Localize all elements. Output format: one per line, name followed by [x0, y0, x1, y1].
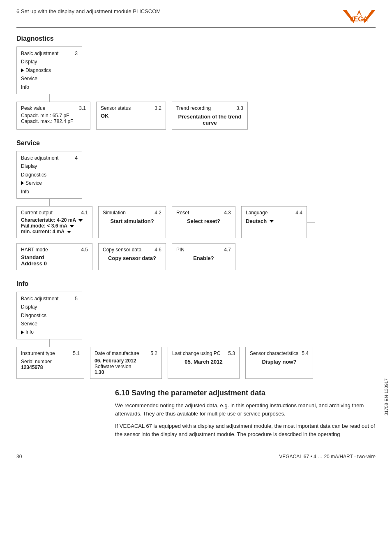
saving-title: 6.10 Saving the parameter adjustment dat…	[115, 389, 376, 397]
menu-item-service-1: Service	[21, 74, 78, 83]
triangle-fail	[70, 225, 74, 227]
menu-item-service-2: Service	[21, 179, 78, 187]
capacit-max: Capacit. max.: 782.4 pF	[21, 118, 86, 124]
select-reset: Select reset?	[176, 218, 231, 224]
copy-sensor-q: Copy sensor data?	[103, 255, 161, 261]
connector-line-service	[49, 199, 50, 206]
connector-line-diag	[49, 94, 50, 102]
card-5-4-header: Sensor characteristics 5.4	[250, 350, 309, 356]
card-3-3-number: 3.3	[236, 105, 243, 111]
info-cards: Instrument type 5.1 Serial number 123456…	[16, 347, 376, 379]
info-section: Info Basic adjustment 5 Display Diagnost…	[16, 280, 376, 379]
service-heading: Service	[16, 139, 376, 147]
card-5-3-title: Last change using PC	[172, 350, 220, 356]
active-arrow-info	[21, 330, 24, 334]
diagnostics-cards: Peak value 3.1 Capacit. min.: 65.7 pF Ca…	[16, 102, 376, 130]
card-3-1-header: Peak value 3.1	[21, 105, 86, 111]
triangle-min	[67, 231, 71, 233]
card-4-6-number: 4.6	[154, 247, 161, 253]
card-5-1-number: 5.1	[73, 350, 80, 356]
card-4-7-header: PIN 4.7	[176, 247, 231, 253]
active-arrow-diag	[21, 68, 24, 72]
software-version: 1.30	[95, 369, 157, 375]
page-header: 6 Set up with the display and adjustment…	[16, 8, 376, 28]
saving-paragraph1: We recommended noting the adjusted data,…	[115, 402, 376, 418]
sidebar-text: 31758-EN-130917	[384, 378, 389, 415]
info-heading: Info	[16, 280, 376, 288]
service-row1-cards: Current output 4.1 Characteristic: 4-20 …	[16, 206, 376, 238]
menu-item-basic-adj-2: Basic adjustment	[21, 154, 58, 162]
card-3-2-title: Sensor status	[101, 105, 131, 111]
card-simulation: Simulation 4.2 Start simulation?	[98, 206, 166, 238]
card-sensor-characteristics: Sensor characteristics 5.4 Display now?	[245, 347, 313, 379]
vega-logo-icon: VEGA	[343, 8, 376, 25]
card-4-1-number: 4.1	[81, 210, 88, 216]
menu-item-diagnostics-3: Diagnostics	[21, 311, 78, 320]
connector-line-info	[49, 339, 50, 347]
menu-number-diag: 3	[75, 49, 78, 58]
last-change-date: 05. March 2012	[172, 359, 235, 365]
capacit-min: Capacit. min.: 65.7 pF	[21, 113, 86, 118]
menu-item-diagnostics-1: Diagnostics	[21, 66, 78, 74]
service-menu-box: Basic adjustment 4 Display Diagnostics S…	[16, 151, 82, 199]
card-4-5-number: 4.5	[81, 247, 88, 253]
menu-number-info: 5	[75, 295, 78, 303]
saving-paragraph2: If VEGACAL 67 is equipped with a display…	[115, 422, 376, 439]
card-4-1-header: Current output 4.1	[21, 210, 88, 216]
card-reset: Reset 4.3 Select reset?	[172, 206, 235, 238]
diagnostics-section: Diagnostics Basic adjustment 3 Display D…	[16, 35, 376, 130]
software-version-label: Software version	[95, 364, 157, 369]
card-4-4-header: Language 4.4	[246, 210, 302, 216]
card-5-2-number: 5.2	[150, 350, 157, 356]
menu-number-service: 4	[75, 154, 78, 162]
diagnostics-heading: Diagnostics	[16, 35, 376, 42]
triangle-deutsch	[270, 220, 274, 223]
card-4-6-header: Copy sensor data 4.6	[103, 247, 161, 253]
card-5-3-header: Last change using PC 5.3	[172, 350, 235, 356]
card-current-output: Current output 4.1 Characteristic: 4-20 …	[16, 206, 92, 238]
card-4-1-title: Current output	[21, 210, 53, 216]
menu-item-display-3: Display	[21, 303, 78, 311]
deutsch-option: Deutsch	[246, 218, 302, 224]
menu-item-display-2: Display	[21, 162, 78, 170]
diagnostics-menu-wrapper: Basic adjustment 3 Display Diagnostics S…	[16, 46, 376, 102]
card-5-4-title: Sensor characteristics	[250, 350, 298, 356]
menu-item-service-3: Service	[21, 320, 78, 328]
card-4-7-title: PIN	[176, 247, 184, 253]
card-language: Language 4.4 Deutsch	[241, 206, 307, 238]
lang-right-line	[307, 222, 315, 223]
mincurrent-line: min. current: 4 mA	[21, 229, 88, 234]
card-4-6-title: Copy sensor data	[103, 247, 141, 253]
card-5-2-title: Date of manufacture	[95, 350, 139, 356]
card-4-4-title: Language	[246, 210, 267, 216]
card-3-3-title: Trend recording	[176, 105, 211, 111]
menu-item-display-1: Display	[21, 58, 78, 66]
card-4-2-title: Simulation	[103, 210, 126, 216]
service-row2-cards: HART mode 4.5 Standard Address 0 Copy se…	[16, 243, 376, 270]
hart-address: Address 0	[21, 260, 88, 267]
menu-item-info-2: Info	[21, 188, 78, 196]
info-menu-box: Basic adjustment 5 Display Diagnostics S…	[16, 292, 82, 339]
card-last-change: Last change using PC 5.3 05. March 2012	[168, 347, 240, 379]
failmode-line: Fail.mode: < 3.6 mA	[21, 223, 88, 229]
card-4-3-title: Reset	[176, 210, 189, 216]
menu-item-diagnostics-2: Diagnostics	[21, 171, 78, 179]
service-menu-wrapper: Basic adjustment 4 Display Diagnostics S…	[16, 151, 376, 206]
card-4-2-number: 4.2	[154, 210, 161, 216]
page-footer: 30 VEGACAL 67 • 4 … 20 mA/HART - two-wir…	[16, 451, 376, 460]
characteristic-line: Characteristic: 4-20 mA	[21, 217, 88, 223]
card-5-4-number: 5.4	[302, 350, 309, 356]
active-arrow-service	[21, 181, 24, 185]
card-4-5-header: HART mode 4.5	[21, 247, 88, 253]
serial-number: 12345678	[21, 364, 80, 370]
svg-text:VEGA: VEGA	[349, 16, 368, 23]
card-4-3-number: 4.3	[224, 210, 231, 216]
card-4-3-header: Reset 4.3	[176, 210, 231, 216]
footer-page: 30	[16, 454, 22, 460]
sensor-status-ok: OK	[101, 113, 161, 119]
vega-logo: VEGA	[343, 8, 376, 25]
card-5-1-header: Instrument type 5.1	[21, 350, 80, 356]
menu-item-basic-adj-1: Basic adjustment	[21, 49, 58, 58]
card-instrument-type: Instrument type 5.1 Serial number 123456…	[16, 347, 84, 379]
triangle-char	[78, 219, 83, 222]
